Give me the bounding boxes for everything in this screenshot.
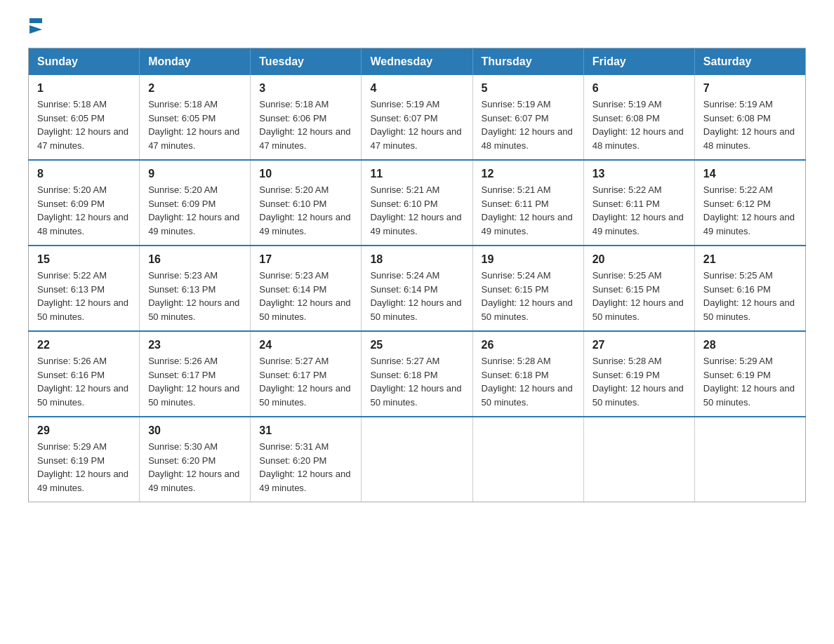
calendar-week-2: 8Sunrise: 5:20 AMSunset: 6:09 PMDaylight… bbox=[29, 160, 806, 246]
svg-marker-1 bbox=[29, 25, 42, 34]
day-info: Sunrise: 5:31 AMSunset: 6:20 PMDaylight:… bbox=[259, 440, 352, 495]
day-number: 11 bbox=[370, 168, 463, 180]
calendar-cell bbox=[694, 417, 805, 502]
day-info: Sunrise: 5:20 AMSunset: 6:09 PMDaylight:… bbox=[37, 183, 131, 238]
calendar-week-5: 29Sunrise: 5:29 AMSunset: 6:19 PMDayligh… bbox=[29, 417, 806, 502]
calendar-week-3: 15Sunrise: 5:22 AMSunset: 6:13 PMDayligh… bbox=[29, 246, 806, 331]
day-info: Sunrise: 5:28 AMSunset: 6:19 PMDaylight:… bbox=[593, 354, 686, 409]
day-number: 14 bbox=[703, 168, 797, 180]
logo-flag-icon bbox=[29, 18, 42, 34]
day-number: 8 bbox=[37, 168, 131, 180]
day-info: Sunrise: 5:19 AMSunset: 6:08 PMDaylight:… bbox=[593, 98, 686, 152]
day-number: 2 bbox=[148, 82, 241, 95]
day-info: Sunrise: 5:30 AMSunset: 6:20 PMDaylight:… bbox=[148, 440, 241, 495]
calendar-cell: 23Sunrise: 5:26 AMSunset: 6:17 PMDayligh… bbox=[140, 331, 251, 417]
day-info: Sunrise: 5:19 AMSunset: 6:08 PMDaylight:… bbox=[703, 98, 797, 152]
calendar-week-1: 1Sunrise: 5:18 AMSunset: 6:05 PMDaylight… bbox=[29, 75, 806, 160]
calendar-week-4: 22Sunrise: 5:26 AMSunset: 6:16 PMDayligh… bbox=[29, 331, 806, 417]
calendar-cell: 13Sunrise: 5:22 AMSunset: 6:11 PMDayligh… bbox=[583, 160, 694, 246]
day-info: Sunrise: 5:20 AMSunset: 6:10 PMDaylight:… bbox=[259, 183, 352, 238]
day-number: 13 bbox=[593, 168, 686, 180]
calendar-cell: 6Sunrise: 5:19 AMSunset: 6:08 PMDaylight… bbox=[583, 75, 694, 160]
calendar-cell bbox=[472, 417, 583, 502]
calendar-cell: 2Sunrise: 5:18 AMSunset: 6:05 PMDaylight… bbox=[140, 75, 251, 160]
calendar-header-saturday: Saturday bbox=[694, 48, 805, 76]
day-info: Sunrise: 5:20 AMSunset: 6:09 PMDaylight:… bbox=[148, 183, 241, 238]
day-info: Sunrise: 5:18 AMSunset: 6:05 PMDaylight:… bbox=[148, 98, 241, 152]
day-info: Sunrise: 5:26 AMSunset: 6:17 PMDaylight:… bbox=[148, 354, 241, 409]
calendar-cell: 10Sunrise: 5:20 AMSunset: 6:10 PMDayligh… bbox=[251, 160, 362, 246]
calendar-cell: 16Sunrise: 5:23 AMSunset: 6:13 PMDayligh… bbox=[140, 246, 251, 331]
calendar-cell bbox=[583, 417, 694, 502]
day-number: 31 bbox=[259, 424, 352, 437]
day-number: 20 bbox=[593, 253, 686, 266]
day-number: 1 bbox=[37, 82, 131, 95]
svg-rect-0 bbox=[29, 18, 42, 23]
day-number: 26 bbox=[482, 339, 575, 351]
calendar-header-monday: Monday bbox=[140, 48, 251, 76]
day-info: Sunrise: 5:24 AMSunset: 6:15 PMDaylight:… bbox=[482, 269, 575, 323]
calendar-cell: 15Sunrise: 5:22 AMSunset: 6:13 PMDayligh… bbox=[29, 246, 140, 331]
day-number: 25 bbox=[370, 339, 463, 351]
calendar-cell: 14Sunrise: 5:22 AMSunset: 6:12 PMDayligh… bbox=[694, 160, 805, 246]
day-info: Sunrise: 5:27 AMSunset: 6:18 PMDaylight:… bbox=[370, 354, 463, 409]
day-number: 15 bbox=[37, 253, 131, 266]
day-info: Sunrise: 5:22 AMSunset: 6:12 PMDaylight:… bbox=[703, 183, 797, 238]
calendar-cell: 9Sunrise: 5:20 AMSunset: 6:09 PMDaylight… bbox=[140, 160, 251, 246]
day-info: Sunrise: 5:21 AMSunset: 6:10 PMDaylight:… bbox=[370, 183, 463, 238]
calendar-header-thursday: Thursday bbox=[472, 48, 583, 76]
calendar-cell bbox=[362, 417, 472, 502]
day-info: Sunrise: 5:21 AMSunset: 6:11 PMDaylight:… bbox=[482, 183, 575, 238]
calendar-cell: 12Sunrise: 5:21 AMSunset: 6:11 PMDayligh… bbox=[472, 160, 583, 246]
calendar-cell: 26Sunrise: 5:28 AMSunset: 6:18 PMDayligh… bbox=[472, 331, 583, 417]
day-info: Sunrise: 5:23 AMSunset: 6:14 PMDaylight:… bbox=[259, 269, 352, 323]
calendar-cell: 25Sunrise: 5:27 AMSunset: 6:18 PMDayligh… bbox=[362, 331, 472, 417]
calendar-cell: 7Sunrise: 5:19 AMSunset: 6:08 PMDaylight… bbox=[694, 75, 805, 160]
day-info: Sunrise: 5:19 AMSunset: 6:07 PMDaylight:… bbox=[482, 98, 575, 152]
day-number: 24 bbox=[259, 339, 352, 351]
calendar-header-tuesday: Tuesday bbox=[251, 48, 362, 76]
calendar-cell: 30Sunrise: 5:30 AMSunset: 6:20 PMDayligh… bbox=[140, 417, 251, 502]
day-number: 18 bbox=[370, 253, 463, 266]
calendar-cell: 24Sunrise: 5:27 AMSunset: 6:17 PMDayligh… bbox=[251, 331, 362, 417]
calendar-cell: 11Sunrise: 5:21 AMSunset: 6:10 PMDayligh… bbox=[362, 160, 472, 246]
day-number: 19 bbox=[482, 253, 575, 266]
day-number: 6 bbox=[593, 82, 686, 95]
day-number: 17 bbox=[259, 253, 352, 266]
day-number: 9 bbox=[148, 168, 241, 180]
calendar-cell: 17Sunrise: 5:23 AMSunset: 6:14 PMDayligh… bbox=[251, 246, 362, 331]
day-info: Sunrise: 5:19 AMSunset: 6:07 PMDaylight:… bbox=[370, 98, 463, 152]
day-number: 5 bbox=[482, 82, 575, 95]
day-number: 12 bbox=[482, 168, 575, 180]
page-header bbox=[28, 21, 806, 34]
day-info: Sunrise: 5:27 AMSunset: 6:17 PMDaylight:… bbox=[259, 354, 352, 409]
day-info: Sunrise: 5:18 AMSunset: 6:05 PMDaylight:… bbox=[37, 98, 131, 152]
day-info: Sunrise: 5:22 AMSunset: 6:11 PMDaylight:… bbox=[593, 183, 686, 238]
day-number: 27 bbox=[593, 339, 686, 351]
day-info: Sunrise: 5:28 AMSunset: 6:18 PMDaylight:… bbox=[482, 354, 575, 409]
calendar-cell: 28Sunrise: 5:29 AMSunset: 6:19 PMDayligh… bbox=[694, 331, 805, 417]
day-number: 16 bbox=[148, 253, 241, 266]
day-info: Sunrise: 5:24 AMSunset: 6:14 PMDaylight:… bbox=[370, 269, 463, 323]
day-number: 7 bbox=[703, 82, 797, 95]
day-info: Sunrise: 5:25 AMSunset: 6:15 PMDaylight:… bbox=[593, 269, 686, 323]
calendar-cell: 31Sunrise: 5:31 AMSunset: 6:20 PMDayligh… bbox=[251, 417, 362, 502]
day-info: Sunrise: 5:18 AMSunset: 6:06 PMDaylight:… bbox=[259, 98, 352, 152]
day-info: Sunrise: 5:23 AMSunset: 6:13 PMDaylight:… bbox=[148, 269, 241, 323]
day-number: 3 bbox=[259, 82, 352, 95]
calendar-cell: 8Sunrise: 5:20 AMSunset: 6:09 PMDaylight… bbox=[29, 160, 140, 246]
day-number: 10 bbox=[259, 168, 352, 180]
day-number: 28 bbox=[703, 339, 797, 351]
day-info: Sunrise: 5:29 AMSunset: 6:19 PMDaylight:… bbox=[37, 440, 131, 495]
calendar-cell: 20Sunrise: 5:25 AMSunset: 6:15 PMDayligh… bbox=[583, 246, 694, 331]
calendar-cell: 21Sunrise: 5:25 AMSunset: 6:16 PMDayligh… bbox=[694, 246, 805, 331]
day-number: 4 bbox=[370, 82, 463, 95]
calendar-header-sunday: Sunday bbox=[29, 48, 140, 76]
calendar-cell: 19Sunrise: 5:24 AMSunset: 6:15 PMDayligh… bbox=[472, 246, 583, 331]
day-number: 23 bbox=[148, 339, 241, 351]
day-number: 21 bbox=[703, 253, 797, 266]
calendar-cell: 5Sunrise: 5:19 AMSunset: 6:07 PMDaylight… bbox=[472, 75, 583, 160]
calendar-header-row: SundayMondayTuesdayWednesdayThursdayFrid… bbox=[29, 48, 806, 76]
day-number: 29 bbox=[37, 424, 131, 437]
day-number: 22 bbox=[37, 339, 131, 351]
